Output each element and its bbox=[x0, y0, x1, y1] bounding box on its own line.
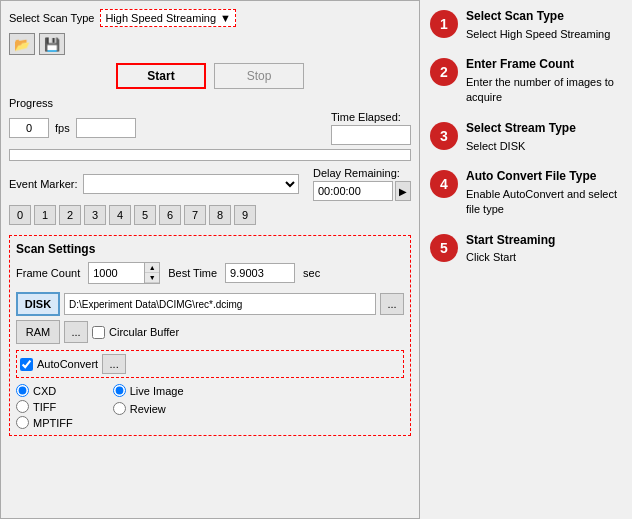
callout-3-desc: Select DISK bbox=[466, 140, 525, 152]
autoconvert-browse-button[interactable]: ... bbox=[102, 354, 126, 374]
format-tiff-label: TIFF bbox=[33, 401, 56, 413]
scan-type-value: High Speed Streaming bbox=[105, 12, 216, 24]
callout-5-number: 5 bbox=[430, 234, 458, 262]
callout-panel: 1 Select Scan Type Select High Speed Str… bbox=[420, 0, 632, 519]
format-tiff-radio[interactable] bbox=[16, 400, 29, 413]
disk-row: DISK ... bbox=[16, 292, 404, 316]
image-live-radio[interactable] bbox=[113, 384, 126, 397]
frame-count-spinbox: ▲ ▼ bbox=[88, 262, 160, 284]
format-radio-group: CXD TIFF MPTIFF bbox=[16, 384, 73, 429]
num-btn-2[interactable]: 2 bbox=[59, 205, 81, 225]
delay-input bbox=[313, 181, 393, 201]
frame-count-arrows: ▲ ▼ bbox=[144, 263, 159, 283]
scan-type-row: Select Scan Type High Speed Streaming ▼ bbox=[9, 9, 411, 27]
callout-4-number: 4 bbox=[430, 170, 458, 198]
num-btn-8[interactable]: 8 bbox=[209, 205, 231, 225]
callout-1-desc: Select High Speed Streaming bbox=[466, 28, 610, 40]
autoconvert-checkbox[interactable] bbox=[20, 358, 33, 371]
callout-4-title: Auto Convert File Type bbox=[466, 168, 622, 185]
num-btn-1[interactable]: 1 bbox=[34, 205, 56, 225]
num-btn-6[interactable]: 6 bbox=[159, 205, 181, 225]
format-tiff: TIFF bbox=[16, 400, 73, 413]
callout-2-text: Enter Frame Count Enter the number of im… bbox=[466, 56, 622, 106]
callout-4-desc: Enable AutoConvert and select file type bbox=[466, 188, 617, 215]
toolbar: 📂 💾 bbox=[9, 33, 411, 55]
disk-button[interactable]: DISK bbox=[16, 292, 60, 316]
circular-buffer-checkbox[interactable] bbox=[92, 326, 105, 339]
callout-1-text: Select Scan Type Select High Speed Strea… bbox=[466, 8, 610, 42]
fps-label: fps bbox=[55, 122, 70, 134]
event-marker-label: Event Marker: bbox=[9, 178, 77, 190]
progress-value[interactable] bbox=[9, 118, 49, 138]
delay-remaining-label: Delay Remaining: bbox=[313, 167, 400, 179]
time-elapsed-input bbox=[331, 125, 411, 145]
ram-browse-button[interactable]: ... bbox=[64, 321, 88, 343]
scan-settings-title: Scan Settings bbox=[16, 242, 404, 256]
format-cxd-radio[interactable] bbox=[16, 384, 29, 397]
dropdown-arrow-icon: ▼ bbox=[220, 12, 231, 24]
progress-bar bbox=[9, 149, 411, 161]
start-button[interactable]: Start bbox=[116, 63, 206, 89]
delay-arrow-button[interactable]: ▶ bbox=[395, 181, 411, 201]
format-mptiff-radio[interactable] bbox=[16, 416, 29, 429]
disk-browse-button[interactable]: ... bbox=[380, 293, 404, 315]
callout-5-title: Start Streaming bbox=[466, 232, 555, 249]
image-review-label: Review bbox=[130, 403, 166, 415]
num-btn-0[interactable]: 0 bbox=[9, 205, 31, 225]
callout-5-text: Start Streaming Click Start bbox=[466, 232, 555, 266]
callout-2-number: 2 bbox=[430, 58, 458, 86]
callout-2: 2 Enter Frame Count Enter the number of … bbox=[430, 56, 622, 106]
best-time-input bbox=[225, 263, 295, 283]
format-cxd: CXD bbox=[16, 384, 73, 397]
callout-3-title: Select Stream Type bbox=[466, 120, 576, 137]
delay-block: Delay Remaining: ▶ bbox=[313, 167, 411, 201]
format-mptiff-label: MPTIFF bbox=[33, 417, 73, 429]
num-btn-3[interactable]: 3 bbox=[84, 205, 106, 225]
callout-1-title: Select Scan Type bbox=[466, 8, 610, 25]
image-review: Review bbox=[113, 402, 184, 415]
progress-label: Progress bbox=[9, 97, 411, 109]
time-elapsed-block: Time Elapsed: bbox=[331, 111, 411, 145]
stop-button[interactable]: Stop bbox=[214, 63, 304, 89]
time-elapsed-label: Time Elapsed: bbox=[331, 111, 401, 123]
disk-path-input[interactable] bbox=[64, 293, 376, 315]
num-btn-7[interactable]: 7 bbox=[184, 205, 206, 225]
frame-count-input[interactable] bbox=[89, 263, 144, 283]
callout-3-text: Select Stream Type Select DISK bbox=[466, 120, 576, 154]
image-review-radio[interactable] bbox=[113, 402, 126, 415]
scan-type-label: Select Scan Type bbox=[9, 12, 94, 24]
callout-5-desc: Click Start bbox=[466, 251, 516, 263]
scan-type-dropdown[interactable]: High Speed Streaming ▼ bbox=[100, 9, 236, 27]
best-time-label: Best Time bbox=[168, 267, 217, 279]
format-cxd-label: CXD bbox=[33, 385, 56, 397]
callout-1: 1 Select Scan Type Select High Speed Str… bbox=[430, 8, 622, 42]
circular-buffer-label: Circular Buffer bbox=[92, 326, 179, 339]
save-button[interactable]: 💾 bbox=[39, 33, 65, 55]
circular-buffer-text: Circular Buffer bbox=[109, 326, 179, 338]
start-stop-row: Start Stop bbox=[9, 63, 411, 89]
fps-input[interactable] bbox=[76, 118, 136, 138]
frame-count-row: Frame Count ▲ ▼ Best Time sec bbox=[16, 262, 404, 284]
callout-3-number: 3 bbox=[430, 122, 458, 150]
delay-row: ▶ bbox=[313, 181, 411, 201]
callout-4-text: Auto Convert File Type Enable AutoConver… bbox=[466, 168, 622, 218]
num-btn-4[interactable]: 4 bbox=[109, 205, 131, 225]
callout-2-title: Enter Frame Count bbox=[466, 56, 622, 73]
event-marker-select[interactable] bbox=[83, 174, 299, 194]
scan-settings-section: Scan Settings Frame Count ▲ ▼ Best Time … bbox=[9, 235, 411, 436]
frame-count-up[interactable]: ▲ bbox=[145, 263, 159, 273]
callout-2-desc: Enter the number of images to acquire bbox=[466, 76, 614, 103]
progress-section: Progress fps Time Elapsed: bbox=[9, 97, 411, 161]
open-file-button[interactable]: 📂 bbox=[9, 33, 35, 55]
sec-label: sec bbox=[303, 267, 320, 279]
format-mptiff: MPTIFF bbox=[16, 416, 73, 429]
image-live: Live Image bbox=[113, 384, 184, 397]
frame-count-down[interactable]: ▼ bbox=[145, 273, 159, 283]
image-live-label: Live Image bbox=[130, 385, 184, 397]
num-btn-5[interactable]: 5 bbox=[134, 205, 156, 225]
ram-button[interactable]: RAM bbox=[16, 320, 60, 344]
num-btn-9[interactable]: 9 bbox=[234, 205, 256, 225]
progress-row: fps Time Elapsed: bbox=[9, 111, 411, 145]
autoconvert-label: AutoConvert bbox=[37, 358, 98, 370]
frame-count-label: Frame Count bbox=[16, 267, 80, 279]
